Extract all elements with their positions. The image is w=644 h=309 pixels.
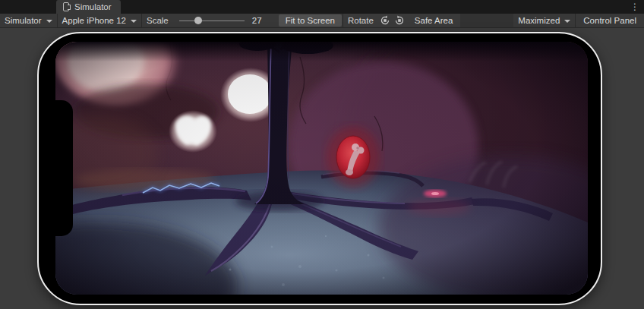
device-selector-dropdown[interactable]: Apple iPhone 12 xyxy=(58,14,141,27)
scale-slider-thumb[interactable] xyxy=(194,17,202,24)
device-simulator-window: Simulator ⋮ Simulator Apple iPhone 12 Sc… xyxy=(0,0,644,309)
device-selector-label: Apple iPhone 12 xyxy=(62,16,126,25)
rotate-ccw-icon[interactable] xyxy=(378,14,393,27)
simulator-toolbar: Simulator Apple iPhone 12 Scale 27 Fit t… xyxy=(0,14,644,28)
game-scene xyxy=(55,42,588,295)
game-screen[interactable] xyxy=(55,42,588,295)
toolbar-spacer xyxy=(460,14,513,27)
iphone-12-device-frame xyxy=(37,32,602,305)
scale-label: Scale xyxy=(142,14,173,27)
window-mode-label: Maximized xyxy=(518,16,560,25)
chevron-down-icon xyxy=(46,20,52,23)
control-panel-button[interactable]: Control Panel xyxy=(576,14,643,27)
tab-simulator[interactable]: Simulator xyxy=(56,0,121,14)
tab-title: Simulator xyxy=(74,2,112,11)
kebab-menu-icon[interactable]: ⋮ xyxy=(630,1,640,13)
chevron-down-icon xyxy=(131,20,137,23)
scale-value: 27 xyxy=(248,14,270,27)
vignette xyxy=(55,42,588,295)
fit-to-screen-button[interactable]: Fit to Screen xyxy=(279,14,342,27)
toolbar-separator xyxy=(575,14,576,27)
simulator-menu-dropdown[interactable]: Simulator xyxy=(0,14,57,27)
scale-slider[interactable] xyxy=(179,14,245,27)
rotate-cw-icon[interactable] xyxy=(393,14,407,27)
chevron-down-icon xyxy=(564,20,570,23)
window-mode-dropdown[interactable]: Maximized xyxy=(513,14,575,27)
tab-bar: Simulator ⋮ xyxy=(0,0,644,14)
iphone-notch xyxy=(55,100,73,236)
safe-area-button[interactable]: Safe Area xyxy=(408,14,460,27)
rotate-label: Rotate xyxy=(343,14,378,27)
scale-slider-track[interactable] xyxy=(179,20,245,21)
simulator-menu-label: Simulator xyxy=(5,16,42,25)
rotate-group: Rotate Safe Area xyxy=(343,14,460,27)
device-simulator-icon xyxy=(62,2,71,11)
simulator-view xyxy=(0,29,644,309)
